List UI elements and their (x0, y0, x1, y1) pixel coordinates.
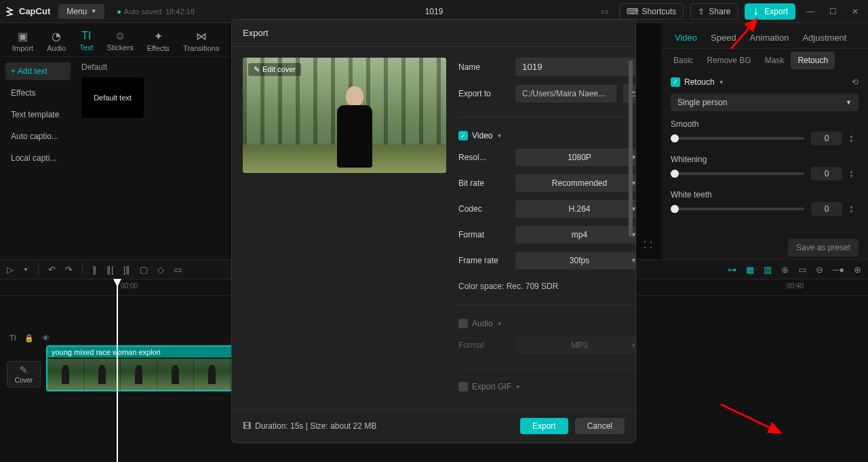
smooth-slider[interactable] (671, 137, 804, 140)
subtab-basic[interactable]: Basic (667, 52, 700, 69)
tab-import-label: Import (12, 44, 33, 52)
teeth-stepper[interactable]: ▲▼ (849, 204, 859, 214)
edit-cover-button[interactable]: ✎Edit cover (248, 63, 301, 76)
menu-button[interactable]: Menu ▼ (58, 4, 104, 19)
video-section-label: Video (472, 131, 492, 140)
zoom-slider-icon[interactable]: ─● (833, 265, 844, 275)
sidebar-item-effects[interactable]: Effects (5, 84, 71, 102)
ruler-tick: 00:40 (787, 282, 804, 290)
magnet-icon[interactable]: ▦ (746, 265, 754, 275)
eye-icon[interactable]: 👁 (42, 334, 50, 343)
chevron-down-icon: ▼ (91, 8, 96, 14)
default-text-thumb[interactable]: Default text (81, 77, 144, 118)
inspector-tab-adjustment[interactable]: Adjustment (795, 27, 853, 48)
minimize-button[interactable]: — (802, 7, 818, 16)
retouch-label: Retouch (684, 77, 715, 87)
ruler-tick: 00:00 (121, 282, 138, 290)
retouch-toggle[interactable]: ✓Retouch▼ ⟲ (671, 77, 859, 87)
share-button[interactable]: ⇪ Share (690, 3, 738, 20)
split-right-icon[interactable]: ]‖ (123, 265, 131, 275)
subtab-retouch[interactable]: Retouch (791, 52, 835, 69)
align-icon[interactable]: ⊕ (781, 265, 789, 275)
reset-icon[interactable]: ⟲ (852, 77, 859, 87)
bitrate-select[interactable]: Recommended▼ (515, 174, 635, 192)
record-icon[interactable]: ▭ (798, 265, 806, 275)
export-button[interactable]: ⭳ Export (745, 3, 795, 20)
marker-icon[interactable]: ◇ (157, 265, 164, 275)
modal-scrollbar[interactable] (629, 58, 633, 348)
sidebar-item-auto-captions[interactable]: Auto captio... (5, 128, 71, 145)
gif-section[interactable]: Export GIF▼ (458, 382, 635, 391)
redo-icon[interactable]: ↷ (65, 265, 73, 275)
inspector-tab-animation[interactable]: Animation (743, 27, 796, 48)
media-panel: ▣Import ◔Audio TIText ☺Stickers ✦Effects… (0, 23, 229, 259)
audio-format-select: MP3▼ (515, 336, 635, 354)
subtab-mask[interactable]: Mask (758, 52, 791, 69)
cover-preview: ✎Edit cover (243, 58, 446, 173)
snap-icon[interactable]: ▥ (764, 265, 772, 275)
whitening-stepper[interactable]: ▲▼ (849, 169, 859, 178)
playhead[interactable] (117, 280, 118, 462)
whitening-label: Whitening (671, 155, 859, 164)
tab-text[interactable]: TIText (73, 26, 100, 56)
split-icon[interactable]: ‖ (92, 265, 97, 275)
zoom-out-icon[interactable]: ⊖ (816, 265, 823, 275)
link-icon[interactable]: ⊶ (728, 265, 736, 275)
audio-icon: ◔ (52, 30, 61, 43)
format-select[interactable]: mp4▼ (515, 226, 635, 244)
framerate-select[interactable]: 30fps▼ (515, 252, 635, 269)
layout-icon[interactable]: ▭ (597, 7, 612, 16)
fullscreen-icon[interactable]: ⛶ (644, 240, 652, 250)
inspector-tab-video[interactable]: Video (668, 27, 704, 48)
name-input[interactable] (515, 58, 635, 76)
video-section[interactable]: ✓Video▼ (458, 131, 635, 140)
teeth-slider[interactable] (671, 208, 804, 210)
effects-icon: ✦ (154, 30, 163, 43)
project-title: 1019 (425, 7, 443, 16)
maximize-button[interactable]: ☐ (825, 7, 841, 16)
sidebar-item-text-template[interactable]: Text template (5, 106, 71, 123)
inspector-tab-speed[interactable]: Speed (704, 27, 743, 48)
chevron-down-icon[interactable]: ▼ (23, 267, 28, 273)
undo-icon[interactable]: ↶ (48, 265, 56, 275)
smooth-stepper[interactable]: ▲▼ (849, 134, 859, 143)
sidebar-item-add-text[interactable]: + Add text (5, 62, 71, 80)
cancel-button[interactable]: Cancel (575, 418, 625, 434)
lock-icon[interactable]: 🔒 (24, 334, 34, 343)
split-left-icon[interactable]: ‖[ (106, 265, 114, 275)
delete-icon[interactable]: ▢ (140, 265, 148, 275)
colorspace-text: Color space: Rec. 709 SDR (458, 282, 635, 291)
text-track-icon[interactable]: TI (9, 334, 16, 343)
tab-transitions[interactable]: ⋈Transitions (176, 26, 226, 56)
whitening-slider[interactable] (671, 172, 804, 175)
select-tool-icon[interactable]: ▷ (7, 265, 14, 275)
teeth-value[interactable]: 0 (811, 202, 842, 216)
close-button[interactable]: ✕ (848, 7, 863, 16)
sidebar-item-local-captions[interactable]: Local capti... (5, 149, 71, 167)
text-icon: TI (81, 30, 91, 42)
codec-select[interactable]: H.264▼ (515, 200, 635, 218)
whitening-value[interactable]: 0 (811, 167, 842, 180)
subtab-remove-bg[interactable]: Remove BG (700, 52, 757, 69)
save-preset-button[interactable]: Save as preset (788, 239, 859, 256)
person-mode-dropdown[interactable]: Single person ▼ (671, 94, 859, 111)
text-sidebar: + Add text Effects Text template Auto ca… (0, 57, 76, 259)
crop-icon[interactable]: ▭ (174, 265, 182, 275)
cover-cell[interactable]: ✎ Cover (7, 361, 41, 387)
resolution-select[interactable]: 1080P▼ (515, 149, 635, 166)
tab-stickers-label: Stickers (107, 43, 134, 52)
chevron-down-icon: ▼ (496, 133, 502, 139)
tab-effects[interactable]: ✦Effects (140, 26, 176, 56)
audio-section[interactable]: Audio▼ (458, 319, 635, 328)
tab-import[interactable]: ▣Import (5, 26, 40, 56)
zoom-in-icon[interactable]: ⊕ (854, 265, 861, 275)
smooth-value[interactable]: 0 (811, 132, 842, 145)
tab-stickers[interactable]: ☺Stickers (100, 26, 140, 56)
tab-transitions-label: Transitions (183, 44, 219, 52)
cover-label: Cover (15, 377, 33, 384)
codec-label: Codec (458, 204, 509, 214)
shortcuts-button[interactable]: ⌨ Shortcuts (619, 3, 684, 20)
tab-audio[interactable]: ◔Audio (40, 26, 73, 56)
import-icon: ▣ (18, 30, 28, 43)
export-confirm-button[interactable]: Export (520, 418, 568, 434)
